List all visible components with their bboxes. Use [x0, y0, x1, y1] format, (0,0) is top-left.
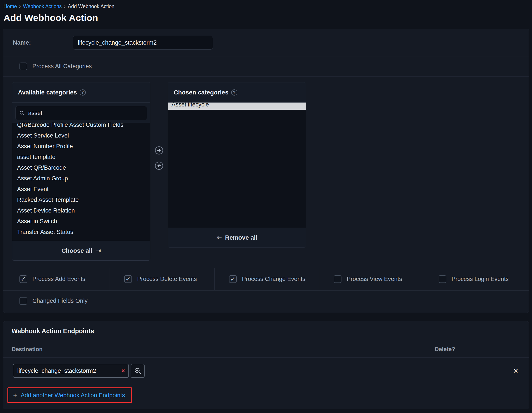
- available-search-wrap: [12, 103, 150, 123]
- changed-fields-only-row: ✓ Changed Fields Only: [3, 291, 529, 313]
- chosen-categories-header: Chosen categories ?: [168, 82, 306, 103]
- destination-cell: lifecycle_change_stackstorm2 ×: [3, 364, 435, 378]
- delete-endpoint-icon[interactable]: ×: [513, 367, 518, 375]
- annotation-highlight-box: + Add another Webhook Action Endpoints: [8, 387, 132, 403]
- move-right-button[interactable]: [155, 146, 163, 155]
- endpoint-row: lifecycle_change_stackstorm2 × ×: [3, 358, 529, 384]
- arrow-to-bar-left-icon: ⇤: [217, 234, 222, 241]
- process-all-categories-checkbox[interactable]: ✓: [19, 63, 27, 70]
- available-search: [15, 106, 147, 120]
- list-item[interactable]: Asset in Switch: [12, 216, 150, 227]
- check-icon: ✓: [125, 276, 131, 282]
- available-categories-header: Available categories ?: [12, 82, 150, 103]
- list-item[interactable]: Asset QR/Barcode: [12, 162, 150, 173]
- transfer-arrows: [150, 82, 168, 170]
- process-add-events-label: Process Add Events: [32, 276, 85, 282]
- breadcrumb-separator: ›: [19, 3, 21, 9]
- process-delete-events-option: ✓ Process Delete Events: [110, 268, 214, 290]
- available-categories-title: Available categories: [18, 89, 77, 96]
- list-item[interactable]: Asset Number Profile: [12, 141, 150, 152]
- process-change-events-label: Process Change Events: [242, 276, 305, 282]
- delete-cell: ×: [435, 367, 529, 375]
- changed-fields-only-checkbox[interactable]: ✓: [19, 297, 27, 305]
- list-item[interactable]: QR/Barcode Profile Asset Custom Fields: [12, 123, 150, 130]
- process-delete-events-checkbox[interactable]: ✓: [124, 275, 132, 283]
- search-icon: [19, 110, 25, 116]
- process-all-categories-row: ✓ Process All Categories: [3, 56, 529, 76]
- webhook-form-panel: Name: ✓ Process All Categories Available…: [3, 29, 529, 313]
- add-endpoint-link[interactable]: Add another Webhook Action Endpoints: [21, 392, 125, 399]
- process-all-categories-label: Process All Categories: [32, 63, 92, 70]
- available-search-input[interactable]: [28, 110, 143, 117]
- list-item[interactable]: Transfer Asset Status: [12, 227, 150, 237]
- choose-all-label: Choose all: [61, 247, 93, 254]
- name-input[interactable]: [73, 36, 213, 50]
- process-view-events-checkbox[interactable]: ✓: [334, 275, 342, 283]
- remove-all-label: Remove all: [225, 234, 257, 241]
- chosen-categories-box: Chosen categories ? Asset lifecycle ⇤ Re…: [168, 82, 306, 247]
- breadcrumb-separator: ›: [64, 3, 66, 9]
- delete-column-header: Delete?: [435, 346, 529, 353]
- list-item-selected[interactable]: Asset lifecycle: [168, 103, 306, 110]
- choose-all-button[interactable]: Choose all ⇥: [12, 241, 150, 260]
- add-endpoint-row: + Add another Webhook Action Endpoints: [8, 387, 529, 403]
- breadcrumb-webhook-actions-link[interactable]: Webhook Actions: [23, 3, 62, 9]
- breadcrumb-home-link[interactable]: Home: [3, 3, 17, 9]
- process-add-events-option: ✓ Process Add Events: [3, 268, 110, 290]
- endpoints-title: Webhook Action Endpoints: [3, 321, 529, 341]
- event-checkboxes-row: ✓ Process Add Events ✓ Process Delete Ev…: [3, 268, 529, 291]
- list-item[interactable]: Asset Device Relation: [12, 205, 150, 216]
- help-icon[interactable]: ?: [80, 89, 86, 95]
- list-item[interactable]: Asset Event: [12, 184, 150, 195]
- endpoints-column-headers: Destination Delete?: [3, 341, 529, 358]
- arrow-to-bar-right-icon: ⇥: [95, 247, 101, 254]
- list-item[interactable]: asset template: [12, 152, 150, 162]
- process-view-events-label: Process View Events: [347, 276, 402, 282]
- page-title: Add Webhook Action: [3, 12, 529, 23]
- process-add-events-checkbox[interactable]: ✓: [19, 275, 27, 283]
- check-icon: ✓: [230, 276, 235, 282]
- process-view-events-option: ✓ Process View Events: [319, 268, 424, 290]
- endpoints-panel: Webhook Action Endpoints Destination Del…: [3, 321, 529, 409]
- available-categories-box: Available categories ? QR/Barcode Profil…: [12, 82, 150, 261]
- arrow-right-circle-icon: [155, 146, 163, 155]
- available-categories-list: QR/Barcode Profile Asset Custom Fields A…: [12, 123, 150, 241]
- chosen-categories-title: Chosen categories: [174, 89, 228, 96]
- destination-column-header: Destination: [3, 346, 435, 353]
- remove-all-button[interactable]: ⇤ Remove all: [168, 228, 306, 247]
- clear-selection-icon[interactable]: ×: [118, 367, 128, 374]
- destination-select[interactable]: lifecycle_change_stackstorm2 ×: [13, 364, 129, 378]
- process-change-events-option: ✓ Process Change Events: [214, 268, 319, 290]
- process-login-events-option: ✓ Process Login Events: [424, 268, 529, 290]
- chosen-categories-list: Asset lifecycle: [168, 103, 306, 228]
- help-icon[interactable]: ?: [231, 89, 237, 95]
- process-login-events-checkbox[interactable]: ✓: [439, 275, 446, 283]
- arrow-left-circle-icon: [155, 161, 163, 170]
- name-row: Name:: [3, 29, 529, 56]
- move-left-button[interactable]: [155, 161, 163, 170]
- check-icon: ✓: [21, 276, 26, 282]
- destination-value: lifecycle_change_stackstorm2: [13, 367, 118, 374]
- process-change-events-checkbox[interactable]: ✓: [229, 275, 237, 283]
- process-login-events-label: Process Login Events: [452, 276, 509, 282]
- list-item[interactable]: Racked Asset Template: [12, 195, 150, 205]
- name-label: Name:: [13, 39, 73, 46]
- category-dual-list: Available categories ? QR/Barcode Profil…: [3, 76, 529, 268]
- list-item[interactable]: Asset Service Level: [12, 130, 150, 141]
- plus-icon: +: [13, 392, 17, 399]
- changed-fields-only-label: Changed Fields Only: [32, 298, 87, 304]
- breadcrumb-current: Add Webhook Action: [68, 3, 114, 9]
- magnifier-plus-icon: [134, 367, 141, 375]
- process-delete-events-label: Process Delete Events: [137, 276, 197, 282]
- list-item[interactable]: Asset Admin Group: [12, 173, 150, 184]
- breadcrumb: Home › Webhook Actions › Add Webhook Act…: [0, 0, 532, 9]
- lookup-button[interactable]: [131, 364, 145, 378]
